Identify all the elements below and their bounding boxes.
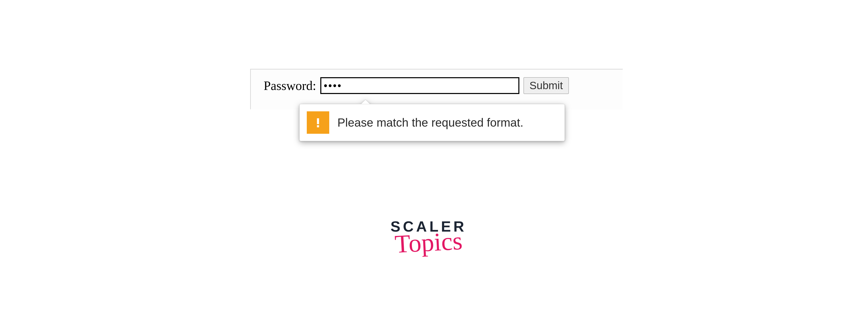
password-row: Password: Submit [264,77,618,94]
logo-word-topics: Topics [390,230,467,255]
password-label: Password: [264,78,316,93]
validation-message: Please match the requested format. [337,116,523,130]
validation-tooltip: Please match the requested format. [299,104,565,141]
svg-rect-0 [317,118,319,124]
form-panel: Password: Submit Please match the reques… [250,69,623,109]
svg-rect-1 [317,125,319,127]
tooltip-arrow [361,99,370,104]
logo-word-scaler: SCALER [391,219,467,234]
submit-button[interactable]: Submit [523,77,569,94]
password-input[interactable] [320,77,519,94]
scaler-topics-logo: SCALER Topics [391,219,467,253]
warning-icon [307,111,329,134]
